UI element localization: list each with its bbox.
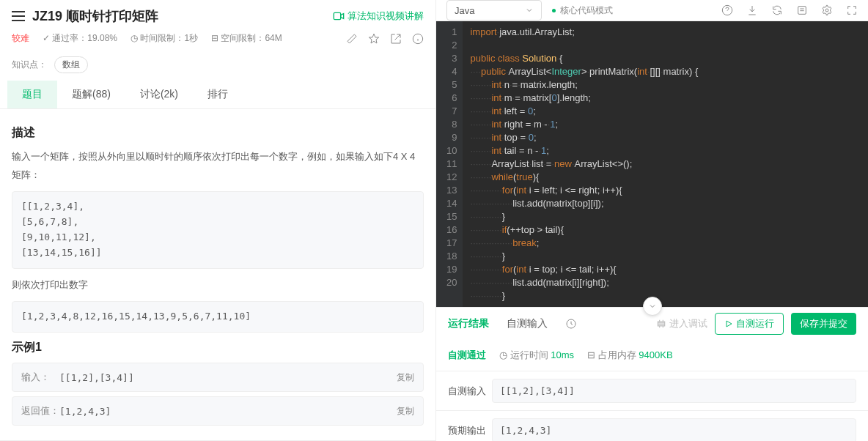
svg-rect-3 xyxy=(798,7,806,15)
meta-row: 较难 ✓ 通过率：19.08% ◷ 时间限制：1秒 ⊟ 空间限制：64M xyxy=(0,29,435,52)
io-expected-value: [1,2,4,3] xyxy=(492,418,856,441)
info-icon[interactable] xyxy=(412,33,424,45)
code-editor[interactable]: 1234567891011121314151617181920 import·j… xyxy=(436,21,868,307)
settings-icon[interactable] xyxy=(821,4,833,16)
problem-header: JZ19 顺时针打印矩阵 算法知识视频讲解 xyxy=(0,0,435,29)
tab-run-result[interactable]: 运行结果 xyxy=(448,317,489,330)
pass-rate: ✓ 通过率：19.08% xyxy=(43,32,117,45)
self-run-button[interactable]: 自测运行 xyxy=(715,313,784,335)
star-icon[interactable] xyxy=(368,33,380,45)
editor-wrap: 1234567891011121314151617181920 import·j… xyxy=(436,21,868,307)
difficulty-label: 较难 xyxy=(12,32,29,45)
play-icon xyxy=(724,319,733,328)
tab-discuss[interactable]: 讨论(2k) xyxy=(125,81,193,108)
download-icon[interactable] xyxy=(746,4,758,16)
video-explain-link[interactable]: 算法知识视频讲解 xyxy=(333,10,424,23)
debug-label: 进入调试 xyxy=(669,317,707,330)
editor-panel: Java 核心代码模式 1234567891011121314151617181… xyxy=(436,0,868,441)
enter-debug-link[interactable]: 进入调试 xyxy=(656,317,707,330)
io-self-input-label: 自测输入 xyxy=(448,385,492,398)
problem-content: 描述 输入一个矩阵，按照从外向里以顺时针的顺序依次打印出每一个数字，例如，如果输… xyxy=(0,109,435,440)
editor-top-bar: Java 核心代码模式 xyxy=(436,0,868,21)
video-icon xyxy=(333,10,345,22)
svg-point-4 xyxy=(825,9,828,12)
knowledge-label: 知识点： xyxy=(12,59,47,71)
save-submit-button[interactable]: 保存并提交 xyxy=(791,313,856,335)
help-icon[interactable] xyxy=(721,4,733,16)
collapse-panel-button[interactable] xyxy=(643,297,662,316)
status-pass-label: 自测通过 xyxy=(448,349,486,362)
space-limit: ⊟ 空间限制：64M xyxy=(211,32,282,45)
language-select[interactable]: Java xyxy=(446,0,542,21)
io-self-input-value[interactable]: [[1,2],[3,4]] xyxy=(492,379,856,403)
chevron-down-icon xyxy=(525,6,534,15)
memory-stat: ⊟ 占用内存 9400KB xyxy=(587,349,673,362)
chevron-down-icon xyxy=(648,302,657,311)
io-expected-label: 预期输出 xyxy=(448,424,492,437)
example-return-value: [1,2,4,3] xyxy=(59,406,397,417)
copy-input-button[interactable]: 复制 xyxy=(397,371,414,384)
tab-problem[interactable]: 题目 xyxy=(7,81,57,108)
time-limit: ◷ 时间限制：1秒 xyxy=(130,32,198,45)
status-row: 自测通过 ◷ 运行时间 10ms ⊟ 占用内存 9400KB xyxy=(436,340,868,371)
content-tabs: 题目 题解(88) 讨论(2k) 排行 xyxy=(0,81,435,109)
output-sequence-box: [1,2,3,4,8,12,16,15,14,13,9,5,6,7,11,10] xyxy=(12,301,424,333)
problem-title: JZ19 顺时针打印矩阵 xyxy=(32,7,333,25)
code-mode: 核心代码模式 xyxy=(552,4,613,17)
video-explain-label: 算法知识视频讲解 xyxy=(347,10,424,23)
menu-icon[interactable] xyxy=(12,11,25,21)
copy-return-button[interactable]: 复制 xyxy=(397,405,414,418)
code-content[interactable]: import·java.util.ArrayList; public·class… xyxy=(463,21,705,307)
language-label: Java xyxy=(455,5,474,16)
description-heading: 描述 xyxy=(12,125,424,141)
example-input-value: [[1,2],[3,4]] xyxy=(59,372,397,383)
example-return-label: 返回值： xyxy=(21,404,59,418)
knowledge-row: 知识点： 数组 xyxy=(0,52,435,81)
fullscreen-icon[interactable] xyxy=(846,4,858,16)
tab-solutions[interactable]: 题解(88) xyxy=(57,81,125,108)
description-text: 输入一个矩阵，按照从外向里以顺时针的顺序依次打印出每一个数字，例如，如果输入如下… xyxy=(12,148,424,184)
svg-rect-0 xyxy=(334,12,340,19)
knowledge-tag[interactable]: 数组 xyxy=(54,56,88,73)
code-mode-label: 核心代码模式 xyxy=(560,4,613,17)
history-icon[interactable] xyxy=(565,318,577,330)
mode-dot-icon xyxy=(552,9,556,12)
result-panel: 运行结果 自测输入 进入调试 自测运行 保存并提交 自测通过 ◷ 运行时间 10… xyxy=(436,307,868,441)
input-matrix-box: [[1,2,3,4], [5,6,7,8], [9,10,11,12], [13… xyxy=(12,191,424,268)
runtime-stat: ◷ 运行时间 10ms xyxy=(499,349,574,362)
self-run-label: 自测运行 xyxy=(736,317,774,330)
example-input-label: 输入： xyxy=(21,371,59,384)
example1-heading: 示例1 xyxy=(12,340,424,355)
io-self-input-row: 自测输入 [[1,2],[3,4]] xyxy=(436,371,868,410)
save-submit-label: 保存并提交 xyxy=(800,317,847,330)
example-input-row: 输入： [[1,2],[3,4]] 复制 xyxy=(12,363,424,392)
example-return-row: 返回值： [1,2,4,3] 复制 xyxy=(12,396,424,426)
debug-icon xyxy=(656,319,666,329)
line-gutter: 1234567891011121314151617181920 xyxy=(436,21,463,307)
tab-rank[interactable]: 排行 xyxy=(193,81,243,108)
edit-icon[interactable] xyxy=(346,33,358,45)
share-icon[interactable] xyxy=(390,33,402,45)
notes-icon[interactable] xyxy=(796,4,808,16)
io-expected-row: 预期输出 [1,2,4,3] xyxy=(436,410,868,441)
then-text: 则依次打印出数字 xyxy=(12,276,424,294)
refresh-icon[interactable] xyxy=(771,4,783,16)
problem-panel: JZ19 顺时针打印矩阵 算法知识视频讲解 较难 ✓ 通过率：19.08% ◷ … xyxy=(0,0,436,441)
tab-self-input[interactable]: 自测输入 xyxy=(507,317,548,330)
